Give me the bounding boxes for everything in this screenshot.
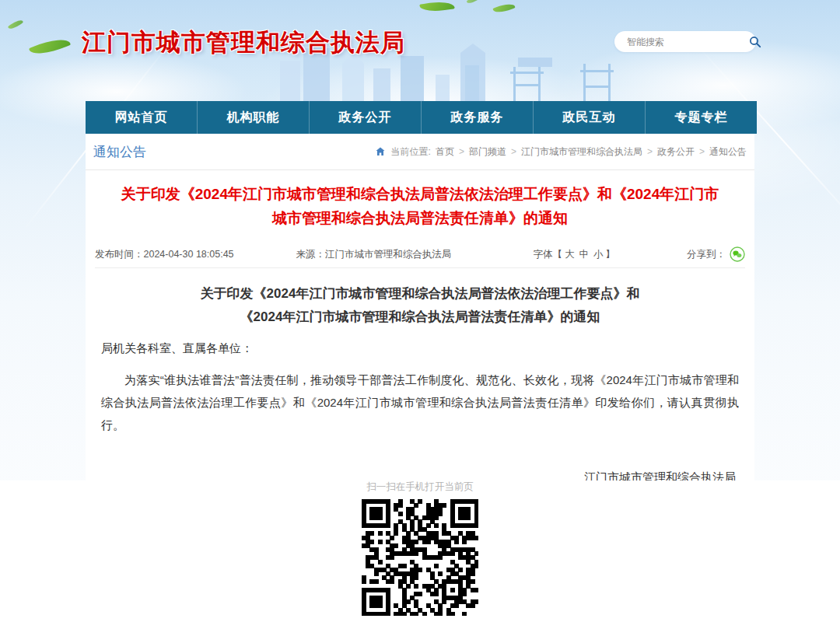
breadcrumb-item-bureau[interactable]: 江门市城市管理和综合执法局 xyxy=(521,145,642,159)
share-control: 分享到： xyxy=(687,246,745,262)
nav-item-gov-info[interactable]: 政务公开 xyxy=(310,101,422,134)
source-value: 江门市城市管理和综合执法局 xyxy=(325,249,452,260)
content-card: 通知公告 当前位置: 首页 > 部门频道 > 江门市城市管理和综合执法局 > 政… xyxy=(86,134,754,491)
publish-time: 发布时间：2024-04-30 18:05:45 xyxy=(95,248,234,261)
font-size-label-close: 】 xyxy=(606,248,616,261)
main-paragraph: 为落实“谁执法谁普法”普法责任制，推动领导干部普法工作制度化、规范化、长效化，现… xyxy=(101,369,739,436)
wechat-share-icon[interactable] xyxy=(730,246,745,262)
article-title: 关于印发《2024年江门市城市管理和综合执法局普法依法治理工作要点》和《2024… xyxy=(86,170,754,238)
qr-caption: 扫一扫在手机打开当前页 xyxy=(0,480,840,494)
leaf-decoration xyxy=(8,18,23,31)
font-size-small[interactable]: 小 xyxy=(593,248,604,261)
breadcrumb: 当前位置: 首页 > 部门频道 > 江门市城市管理和综合执法局 > 政务公开 >… xyxy=(376,145,747,159)
nav-item-special-topics[interactable]: 专题专栏 xyxy=(646,101,757,134)
article-body: 关于印发《2024年江门市城市管理和综合执法局普法依法治理工作要点》和 《202… xyxy=(86,268,754,507)
breadcrumb-item-dept-channel[interactable]: 部门频道 xyxy=(469,145,506,159)
nav-item-gov-services[interactable]: 政务服务 xyxy=(422,101,534,134)
notice-title-line1: 关于印发《2024年江门市城市管理和综合执法局普法依法治理工作要点》和 xyxy=(101,282,739,306)
salutation-paragraph: 局机关各科室、直属各单位： xyxy=(101,341,739,356)
share-label: 分享到： xyxy=(687,248,726,261)
section-title: 通知公告 xyxy=(93,143,146,161)
nav-item-functions[interactable]: 机构职能 xyxy=(198,101,310,134)
section-header-row: 通知公告 当前位置: 首页 > 部门频道 > 江门市城市管理和综合执法局 > 政… xyxy=(86,134,754,170)
publish-time-value: 2024-04-30 18:05:45 xyxy=(144,249,234,260)
font-size-control: 字体【 大 中 小 】 xyxy=(534,248,616,261)
breadcrumb-item-notices[interactable]: 通知公告 xyxy=(709,145,747,159)
breadcrumb-item-home[interactable]: 首页 xyxy=(436,145,454,159)
search-input[interactable] xyxy=(625,36,749,48)
breadcrumb-separator: > xyxy=(459,146,464,157)
search-button[interactable] xyxy=(749,35,761,49)
home-icon xyxy=(376,147,385,156)
nav-item-interaction[interactable]: 政民互动 xyxy=(534,101,646,134)
font-size-label: 字体【 xyxy=(534,248,563,261)
article-meta-row: 发布时间：2024-04-30 18:05:45 来源：江门市城市管理和综合执法… xyxy=(95,241,745,268)
breadcrumb-separator: > xyxy=(699,146,705,157)
source: 来源：江门市城市管理和综合执法局 xyxy=(296,248,452,261)
font-size-large[interactable]: 大 xyxy=(565,248,575,261)
qr-code xyxy=(362,499,478,616)
site-title: 江门市城市管理和综合执法局 xyxy=(82,26,405,59)
notice-title: 关于印发《2024年江门市城市管理和综合执法局普法依法治理工作要点》和 《202… xyxy=(101,282,739,329)
search-icon xyxy=(749,36,761,48)
breadcrumb-separator: > xyxy=(511,146,516,157)
breadcrumb-separator: > xyxy=(647,146,653,157)
leaf-decoration xyxy=(419,0,455,15)
source-label: 来源： xyxy=(296,249,326,260)
breadcrumb-prefix: 当前位置: xyxy=(391,145,431,159)
leaf-decoration xyxy=(29,33,71,60)
main-nav: 网站首页 机构职能 政务公开 政务服务 政民互动 专题专栏 xyxy=(86,101,757,134)
publish-time-label: 发布时间： xyxy=(95,249,144,260)
nav-item-home[interactable]: 网站首页 xyxy=(86,101,198,134)
qr-section: 扫一扫在手机打开当前页 xyxy=(0,480,840,616)
leaf-decoration xyxy=(467,0,480,5)
page: 江门市城市管理和综合执法局 网站首页 机构职能 政务公开 政务服务 政民互动 专… xyxy=(0,0,840,622)
font-size-medium[interactable]: 中 xyxy=(579,248,590,261)
breadcrumb-item-gov-info[interactable]: 政务公开 xyxy=(657,145,695,159)
notice-title-line2: 《2024年江门市城市管理和综合执法局普法责任清单》的通知 xyxy=(101,306,739,329)
leaf-decoration xyxy=(492,1,515,15)
search-box xyxy=(614,31,756,52)
